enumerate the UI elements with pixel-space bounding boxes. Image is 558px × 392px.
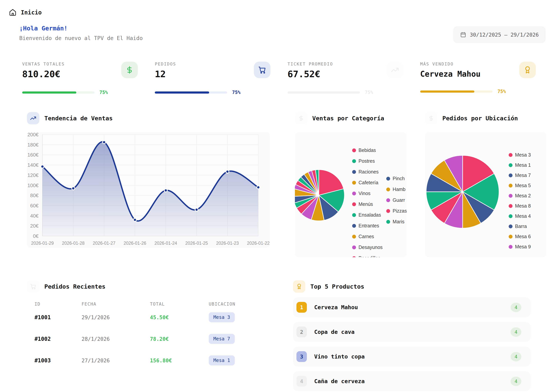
location-legend: Mesa 3 Mesa 1 Mesa 7 Mesa 5 Mesa 2 Mesa … [509,152,531,250]
greeting: ¡Hola Germán! Bienvenido de nuevo al TPV… [19,25,143,42]
sales-trend-chart: 0€20€40€60€80€100€120€140€160€180€200€20… [27,132,270,248]
legend-item[interactable]: Pizzas [386,208,407,214]
legend-label: Menús [358,201,373,207]
legend-label: Mesa 5 [515,183,531,188]
legend-item[interactable]: Mesa 4 [509,213,531,219]
rank-badge: 3 [296,351,307,362]
section-header: Pedidos por Ubicación [425,112,546,124]
legend-label: Maris [393,219,404,225]
legend-item[interactable]: Mesa 2 [509,193,531,199]
recent-orders-section: Pedidos Recientes IDFECHATOTALUBICACION … [27,280,270,371]
order-total: 45.50€ [150,314,209,320]
legend-item[interactable]: Hamb [386,187,407,192]
legend-item[interactable]: Bebidas [352,148,383,153]
legend-item[interactable]: Entrantes [352,223,383,229]
column-header: ID [35,301,81,307]
top-products-section: Top 5 Productos 1 Cerveza Mahou 4 2 Copa… [293,280,531,391]
stat-label: VENTAS TOTALES [22,62,121,67]
progress-bar [155,92,227,94]
section-title: Top 5 Productos [310,283,364,290]
legend-label: Mesa 4 [515,213,531,219]
legend-item[interactable]: Mesa 3 [509,152,531,158]
legend-item[interactable]: Pinch [386,176,407,181]
column-header: TOTAL [150,301,209,307]
svg-text:180€: 180€ [27,142,39,148]
legend-item[interactable]: Vinos [352,191,383,196]
table-row[interactable]: #1003 27/1/2026 156.80€ Mesa 1 [27,350,270,371]
legend-item[interactable]: Barra [509,224,531,229]
legend-label: Mesa 6 [515,234,531,239]
legend-color-dot [509,184,513,188]
table-row[interactable]: #1002 28/1/2026 78.20€ Mesa 7 [27,328,270,350]
legend-item[interactable]: Guarr [386,197,407,203]
legend-label: Carnes [358,234,374,239]
legend-item[interactable]: Mesa 9 [509,244,531,250]
legend-item[interactable]: Raciones [352,169,383,175]
svg-text:200€: 200€ [27,132,39,137]
count-badge: 4 [511,377,521,386]
legend-label: Raciones [358,169,379,175]
svg-text:80€: 80€ [30,192,39,198]
stat-value: 12 [155,69,254,79]
dollar-icon [425,112,437,124]
rank-badge: 4 [296,376,307,387]
topbar: Inicio [0,0,558,16]
dollar-icon [295,112,307,124]
legend-item[interactable]: Carnes [352,234,383,239]
dollar-icon [121,62,138,78]
legend-color-dot [386,209,390,213]
legend-label: Cafetería [358,180,378,185]
legend-item[interactable]: Ensaladas [352,212,383,218]
order-id: #1002 [35,336,81,342]
stat-card: MÁS VENDIDO Cerveza Mahou 75% [420,62,536,95]
legend-color-dot [352,192,356,195]
list-item: 2 Copa de cava 4 [293,322,531,342]
date-range-button[interactable]: 30/12/2025 – 29/1/2026 [453,26,546,43]
legend-item[interactable]: Mesa 5 [509,183,531,188]
rank-badge: 1 [296,302,307,313]
section-title: Ventas por Categoría [312,115,384,122]
section-title: Pedidos Recientes [44,283,105,290]
award-icon [519,62,536,78]
legend-item[interactable]: Maris [386,219,407,225]
table-row[interactable]: #1001 29/1/2026 45.50€ Mesa 3 [27,307,270,328]
legend-label: Pizzas [393,208,407,214]
list-item: 4 Caña de cerveza 4 [293,371,531,391]
progress-percent: 75% [232,90,240,95]
greeting-title: ¡Hola Germán! [19,25,143,32]
table-header-row: IDFECHATOTALUBICACION [27,301,270,307]
legend-item[interactable]: Menús [352,201,383,207]
legend-item[interactable]: Mesa 1 [509,162,531,168]
legend-item[interactable]: Mesa 8 [509,203,531,209]
legend-item[interactable]: Postres [352,158,383,164]
trending-up-icon [27,112,39,124]
legend-color-dot [509,214,513,218]
legend-label: Bocadillos [358,255,381,257]
progress-bar [288,92,360,94]
legend-color-dot [386,177,390,181]
category-pie-chart [295,169,345,222]
category-legend: Bebidas Postres Raciones Cafetería Vinos… [352,148,383,257]
legend-color-dot [386,188,390,191]
legend-item[interactable]: Bocadillos [352,255,383,257]
svg-text:2026-01-24: 2026-01-24 [154,241,177,246]
home-icon[interactable] [9,8,17,16]
legend-label: Mesa 8 [515,203,531,209]
stat-label: TICKET PROMEDIO [288,62,387,67]
legend-color-dot [509,174,513,177]
legend-item[interactable]: Desayunos [352,244,383,250]
legend-item[interactable]: Mesa 7 [509,173,531,178]
legend-label: Hamb [393,187,406,192]
progress-percent: 75% [99,90,108,95]
legend-item[interactable]: Mesa 6 [509,234,531,239]
section-title: Pedidos por Ubicación [442,115,518,122]
location-pie-card: Mesa 3 Mesa 1 Mesa 7 Mesa 5 Mesa 2 Mesa … [425,132,546,257]
sales-trend-section: Tendencia de Ventas 0€20€40€60€80€100€12… [27,112,270,248]
legend-item[interactable]: Cafetería [352,180,383,185]
stats-row: VENTAS TOTALES 810.20€ 75% PEDIDOS 12 75… [22,62,536,95]
category-legend-overflow: Pinch Hamb Guarr Pizzas Maris [386,176,407,225]
svg-text:140€: 140€ [27,162,39,168]
order-id: #1003 [35,357,81,364]
legend-color-dot [352,202,356,206]
order-total: 78.20€ [150,336,209,342]
